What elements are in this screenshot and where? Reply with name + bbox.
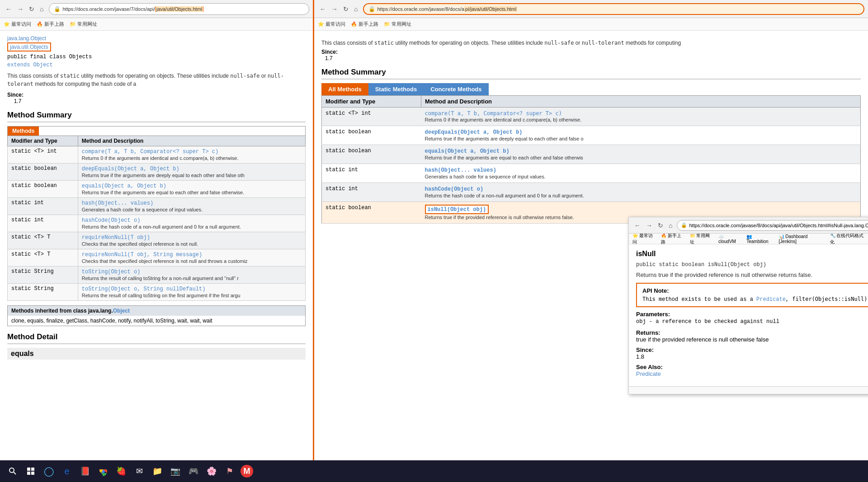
method-desc-8: Returns the result of calling toString o… bbox=[82, 293, 241, 298]
right-method-desc-2: Returns true if the arguments are equal … bbox=[425, 155, 583, 160]
taskbar-search-icon[interactable] bbox=[5, 464, 20, 478]
methods-tab[interactable]: Methods bbox=[8, 126, 39, 136]
home-button[interactable]: ⌂ bbox=[38, 5, 45, 14]
popup-bm-2[interactable]: 🔥 新手上路 bbox=[661, 234, 685, 244]
breadcrumb-current: java.util.Objects bbox=[7, 42, 51, 51]
popup-forward-button[interactable]: → bbox=[644, 221, 654, 230]
taskbar-photo-icon[interactable]: 📷 bbox=[168, 464, 183, 478]
popup-home-button[interactable]: ⌂ bbox=[667, 221, 674, 230]
method-link-1[interactable]: deepEquals(Object a, Object b) bbox=[82, 166, 179, 172]
taskbar-flower-icon[interactable]: 🌸 bbox=[204, 464, 219, 478]
modifier-6: static <T> T bbox=[8, 249, 78, 267]
method-link-0[interactable]: compare(T a, T b, Comparator<? super T> … bbox=[82, 149, 218, 155]
taskbar-edge-icon[interactable]: ◯ bbox=[42, 464, 56, 478]
popup-bm-3[interactable]: 📁 常用网址 bbox=[690, 234, 714, 244]
class-extends: extends Object bbox=[7, 62, 306, 68]
since-version-popup: 1.8 bbox=[636, 353, 644, 360]
method-desc-1: Returns true if the arguments are deeply… bbox=[82, 173, 245, 178]
right-method-link-2[interactable]: equals(Object a, Object b) bbox=[425, 148, 509, 154]
method-desc-3: Generates a hash code for a sequence of … bbox=[82, 207, 203, 212]
popup-back-button[interactable]: ← bbox=[632, 221, 642, 230]
object-link[interactable]: Object bbox=[113, 308, 130, 314]
method-desc-0: Returns 0 if the arguments are identical… bbox=[82, 155, 239, 161]
taskbar-grid-icon[interactable] bbox=[24, 464, 38, 478]
tab-all-methods[interactable]: All Methods bbox=[321, 83, 368, 95]
back-button[interactable]: ← bbox=[4, 5, 14, 14]
right-back-button[interactable]: ← bbox=[318, 5, 328, 14]
breadcrumb: java.lang.Object bbox=[7, 35, 306, 42]
right-method-link-1[interactable]: deepEquals(Object a, Object b) bbox=[425, 129, 523, 136]
taskbar-firefox-icon[interactable]: 🍓 bbox=[114, 464, 128, 478]
right-nav-buttons: ← → ↻ ⌂ bbox=[318, 5, 359, 14]
right-forward-button[interactable]: → bbox=[330, 5, 340, 14]
right-method-link-0[interactable]: compare(T a, T b, Comparator<? super T> … bbox=[425, 110, 562, 117]
right-bookmark-common[interactable]: 📁 常用网址 bbox=[384, 21, 411, 28]
right-bookmark-frequent[interactable]: ⭐ 最常访问 bbox=[318, 21, 345, 28]
taskbar: ◯ e 📕 🍓 ✉ 📁 📷 🎮 🌸 ⚑ M bbox=[0, 460, 868, 482]
right-home-button[interactable]: ⌂ bbox=[352, 5, 359, 14]
method-row-7: static String toString(Object o) Returns… bbox=[8, 267, 306, 284]
right-bookmark-newbie[interactable]: 🔥 新手上路 bbox=[351, 21, 378, 28]
method-link-6[interactable]: requireNonNull(T obj, String message) bbox=[82, 252, 202, 258]
class-header: public final class Objects extends Objec… bbox=[7, 54, 306, 68]
tab-concrete-methods[interactable]: Concrete Methods bbox=[424, 83, 488, 95]
taskbar-logo-icon[interactable]: M bbox=[241, 465, 253, 477]
left-address-plain: https://docs.oracle.com/javase/7/docs/ap… bbox=[62, 6, 155, 12]
right-address-plain: https://docs.oracle.com/javase/8/docs/a bbox=[377, 6, 464, 12]
svg-rect-2 bbox=[27, 468, 30, 471]
taskbar-chrome-icon[interactable] bbox=[96, 464, 110, 478]
since-label-left: Since: bbox=[7, 92, 306, 98]
right-method-link-5[interactable]: isNull(Object obj) bbox=[428, 206, 486, 213]
taskbar-folder-icon[interactable]: 📁 bbox=[150, 464, 165, 478]
right-modifier-0: static <T> int bbox=[322, 108, 421, 126]
taskbar-badge-icon[interactable]: ⚑ bbox=[222, 464, 237, 478]
right-browser-pane: ← → ↻ ⌂ 🔒 https://docs.oracle.com/javase… bbox=[314, 0, 868, 482]
method-link-4[interactable]: hashCode(Object o) bbox=[82, 217, 141, 224]
param-item: obj - a reference to be checked against … bbox=[636, 318, 868, 326]
right-modifier-1: static boolean bbox=[322, 126, 421, 145]
method-link-5[interactable]: requireNonNull(T obj) bbox=[82, 234, 150, 241]
tab-static-methods[interactable]: Static Methods bbox=[368, 83, 424, 95]
method-link-3[interactable]: hash(Object... values) bbox=[82, 200, 153, 206]
right-address-bar[interactable]: 🔒 https://docs.oracle.com/javase/8/docs/… bbox=[363, 3, 864, 15]
bookmark-frequent[interactable]: ⭐ 最常访问 bbox=[4, 21, 31, 28]
taskbar-book-icon[interactable]: 📕 bbox=[78, 464, 92, 478]
svg-rect-3 bbox=[31, 468, 34, 471]
popup-refresh-button[interactable]: ↻ bbox=[656, 221, 665, 230]
taskbar-email-icon[interactable]: ✉ bbox=[132, 464, 146, 478]
method-link-2[interactable]: equals(Object a, Object b) bbox=[82, 183, 166, 189]
forward-button[interactable]: → bbox=[15, 5, 25, 14]
popup-bm-1[interactable]: ⭐ 最常访问 bbox=[632, 234, 656, 244]
method-link-8[interactable]: toString(Object o, String nullDefault) bbox=[82, 286, 206, 292]
right-col-method: Method and Description bbox=[421, 96, 861, 108]
left-address-bar[interactable]: 🔒 https://docs.oracle.com/javase/7/docs/… bbox=[49, 3, 309, 15]
right-method-desc-4: Returns the hash code of a non-null argu… bbox=[425, 193, 584, 198]
right-method-link-4[interactable]: hashCode(Object o) bbox=[425, 186, 484, 192]
predicate-link[interactable]: Predicate bbox=[756, 296, 786, 303]
taskbar-ie-icon[interactable]: e bbox=[60, 464, 74, 478]
popup-address-bar[interactable]: 🔒 https://docs.oracle.com/javase/8/docs/… bbox=[677, 220, 868, 231]
popup-bm-7[interactable]: 🔧 在线代码格式化 bbox=[830, 234, 868, 244]
popup-bm-4[interactable]: ☁️ cloudVM bbox=[718, 234, 742, 244]
right-refresh-button[interactable]: ↻ bbox=[341, 5, 350, 14]
right-method-row-0: static <T> int compare(T a, T b, Compara… bbox=[322, 108, 861, 126]
popup-bookmarks-bar: ⭐ 最常访问 🔥 新手上路 📁 常用网址 ☁️ cloudVM 👥 Teambi… bbox=[629, 234, 868, 244]
method-link-7[interactable]: toString(Object o) bbox=[82, 269, 141, 275]
method-row-6: static <T> T requireNonNull(T obj, Strin… bbox=[8, 249, 306, 267]
bookmark-newbie[interactable]: 🔥 新手上路 bbox=[37, 21, 64, 28]
svg-line-1 bbox=[14, 472, 16, 474]
method-row-5: static <T> T requireNonNull(T obj) Check… bbox=[8, 232, 306, 249]
refresh-button[interactable]: ↻ bbox=[27, 5, 36, 14]
right-browser-chrome: ← → ↻ ⌂ 🔒 https://docs.oracle.com/javase… bbox=[314, 0, 868, 18]
breadcrumb-parent-link[interactable]: java.lang.Object bbox=[7, 35, 46, 42]
since-title-popup: Since: bbox=[636, 346, 654, 353]
see-also-link[interactable]: Predicate bbox=[636, 370, 661, 377]
popup-bm-5[interactable]: 👥 Teambition bbox=[746, 234, 774, 244]
bookmark-common[interactable]: 📁 常用网址 bbox=[70, 21, 97, 28]
popup-bm-6[interactable]: 📊 Dashboard [Jenkins] bbox=[779, 234, 826, 244]
right-method-link-3[interactable]: hash(Object... values) bbox=[425, 167, 496, 173]
method-cell-6: requireNonNull(T obj, String message) Ch… bbox=[78, 249, 305, 267]
taskbar-game-icon[interactable]: 🎮 bbox=[186, 464, 201, 478]
method-row-2: static boolean equals(Object a, Object b… bbox=[8, 181, 306, 198]
returns-section: Returns: true if the provided reference … bbox=[636, 329, 868, 343]
